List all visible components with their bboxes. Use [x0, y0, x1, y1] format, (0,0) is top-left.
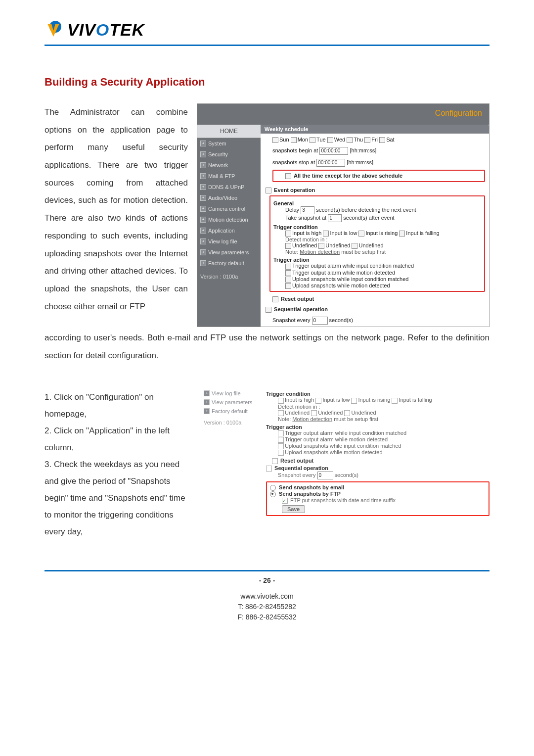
action2-4: Upload snapshots while motion detected: [266, 449, 490, 456]
weekly-days-row: Sun Mon Tue Wed Thu Fri Sat: [261, 135, 489, 145]
nav2-factory-default[interactable]: +Factory default: [202, 407, 261, 416]
snapshot-every-input-2[interactable]: 0: [317, 472, 333, 479]
nav-view-log[interactable]: +View log file: [197, 236, 261, 247]
snap-begin-input[interactable]: 00:00:00: [319, 147, 348, 155]
expand-icon: +: [200, 195, 206, 201]
action2-1: Trigger output alarm while input conditi…: [266, 430, 490, 436]
checkbox2-sequential[interactable]: [266, 466, 272, 472]
checkbox-action-3[interactable]: [285, 277, 291, 283]
checkbox2-action-2[interactable]: [278, 437, 284, 443]
nav-network[interactable]: +Network: [197, 160, 261, 171]
detect-motion-label-2: Detect motion in :: [266, 404, 490, 410]
checkbox-input-high[interactable]: [285, 231, 291, 236]
snap-stop-input[interactable]: 00:00:00: [316, 159, 345, 167]
intro-paragraph: The Administrator can combine options on…: [44, 103, 188, 327]
checkbox2-action-1[interactable]: [278, 430, 284, 436]
snap-begin-row: snapshots begin at 00:00:00 [hh:mm:ss]: [261, 145, 489, 157]
checkbox-event-op[interactable]: [266, 188, 271, 193]
config-sidebar: HOME +System +Security +Network +Mail & …: [197, 125, 261, 327]
checkbox2-undef-2[interactable]: [311, 410, 317, 416]
trigger-condition-label: Trigger condition: [273, 224, 481, 230]
radio-send-email[interactable]: [270, 485, 276, 491]
expand-icon: +: [200, 173, 206, 179]
trigger-action-label-2: Trigger action: [266, 424, 490, 430]
nav-system[interactable]: +System: [197, 138, 261, 149]
checkbox2-action-4[interactable]: [278, 450, 284, 456]
checkbox-undef-2[interactable]: [318, 243, 324, 249]
snapshot-every-input[interactable]: 0: [312, 317, 328, 325]
checkbox2-input-falling[interactable]: [392, 398, 398, 404]
nav-ddns-upnp[interactable]: +DDNS & UPnP: [197, 182, 261, 192]
expand-icon: +: [200, 228, 206, 234]
general-label: General: [273, 200, 481, 206]
checkbox2-reset-output[interactable]: [272, 458, 278, 464]
expand-icon: +: [200, 162, 206, 168]
checkbox-action-1[interactable]: [285, 264, 291, 270]
instruction-3: 3. Check the weekdays as you need and gi…: [44, 456, 193, 540]
checkbox-sequential[interactable]: [266, 307, 271, 313]
checkbox-input-rising[interactable]: [358, 231, 364, 236]
checkbox2-input-low[interactable]: [315, 398, 321, 404]
checkbox-undef-3[interactable]: [352, 243, 357, 249]
reset-output-row: Reset output: [261, 294, 489, 304]
checkbox-sun[interactable]: [272, 137, 278, 143]
header-rule: [44, 45, 490, 46]
checkbox-undef-1[interactable]: [285, 243, 291, 249]
detect-motion-label: Detect motion in :: [273, 236, 481, 242]
checkbox-input-low[interactable]: [323, 231, 329, 236]
checkbox-fri[interactable]: [364, 137, 370, 143]
expand-icon: +: [200, 151, 206, 157]
section-heading: Building a Security Application: [44, 76, 490, 89]
checkbox-action-4[interactable]: [285, 283, 291, 289]
snap-stop-row: snapshots stop at 00:00:00 [hh:mm:ss]: [261, 157, 489, 169]
expand-icon: +: [200, 217, 206, 223]
home-link[interactable]: HOME: [197, 125, 261, 138]
expand-icon: +: [200, 238, 206, 244]
expand-icon: +: [200, 184, 206, 190]
nav-audio-video[interactable]: +Audio/Video: [197, 192, 261, 203]
checkbox-input-falling[interactable]: [399, 231, 405, 236]
expand-icon: +: [204, 408, 210, 414]
checkbox-all-time[interactable]: [285, 173, 291, 179]
save-button[interactable]: Save: [282, 505, 305, 513]
motion-detection-link[interactable]: Motion detection: [300, 249, 340, 255]
nav-security[interactable]: +Security: [197, 149, 261, 160]
reset-output-row-2: Reset output: [272, 458, 490, 464]
checkbox2-undef-3[interactable]: [344, 410, 350, 416]
checkbox-thu[interactable]: [347, 137, 353, 143]
checkbox2-undef-1[interactable]: [278, 410, 284, 416]
checkbox-wed[interactable]: [327, 137, 333, 143]
motion-detection-link-2[interactable]: Motion detection: [292, 416, 332, 422]
trigger-action-label: Trigger action: [273, 257, 481, 263]
snapshot-every-row-2: Snapshot every 0 second(s): [266, 472, 490, 479]
nav-factory-default[interactable]: +Factory default: [197, 258, 261, 269]
checkbox-tue[interactable]: [310, 137, 315, 143]
checkbox2-input-high[interactable]: [278, 398, 284, 404]
nav-mail-ftp[interactable]: +Mail & FTP: [197, 171, 261, 182]
instruction-2: 2. Click on "Application" in the left co…: [44, 423, 193, 456]
checkbox-ftp-suffix[interactable]: [282, 498, 288, 504]
checkbox2-action-3[interactable]: [278, 443, 284, 449]
radio-send-ftp[interactable]: [270, 491, 276, 497]
weekly-schedule-title: Weekly schedule: [261, 125, 489, 134]
delay-input[interactable]: 3: [301, 206, 314, 214]
checkbox-sat[interactable]: [379, 137, 385, 143]
ftp-suffix-row: FTP put snapshots with date and time suf…: [270, 497, 486, 504]
note-row: Note: Motion detection must be setup fir…: [273, 249, 481, 255]
nav2-view-params[interactable]: +View parameters: [202, 398, 261, 407]
footer-rule: [44, 570, 490, 571]
action-4: Upload snapshots while motion detected: [273, 283, 481, 289]
config-title: Configuration: [197, 104, 489, 125]
checkbox-reset-output[interactable]: [272, 296, 278, 302]
nav2-view-log[interactable]: +View log file: [202, 389, 261, 398]
checkbox-mon[interactable]: [291, 137, 297, 143]
sequential-title-row-2: Sequential operation: [266, 465, 490, 472]
snap-after-input[interactable]: 1: [328, 214, 342, 222]
snapshot-every-row: Snapshot every 0 second(s): [261, 315, 489, 327]
checkbox2-input-rising[interactable]: [351, 398, 357, 404]
checkbox-action-2[interactable]: [285, 270, 291, 276]
nav-motion-detection[interactable]: +Motion detection: [197, 214, 261, 225]
nav-view-params[interactable]: +View parameters: [197, 247, 261, 258]
nav-camera-control[interactable]: +Camera control: [197, 203, 261, 214]
nav-application[interactable]: +Application: [197, 225, 261, 236]
